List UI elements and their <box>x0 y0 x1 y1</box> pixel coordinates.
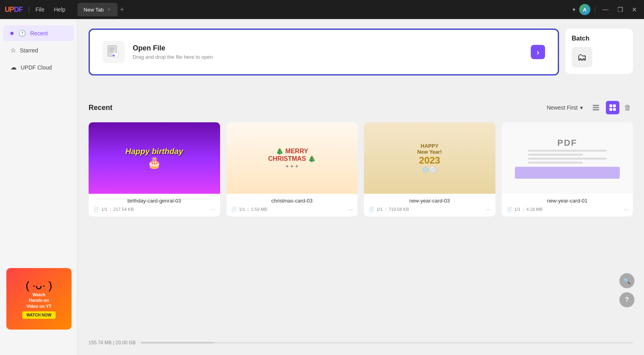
file-info: christmas-card-03 📄 1/1 | 1.59 MB ··· <box>226 194 358 216</box>
delete-button[interactable]: 🗑 <box>623 102 633 114</box>
file-meta: 📄 1/1 | 1.59 MB ··· <box>231 206 353 212</box>
file-icon-small: 📄 <box>507 207 512 212</box>
sort-arrow-icon: ▾ <box>580 104 583 111</box>
minimize-button[interactable]: — <box>600 6 611 13</box>
list-view-button[interactable] <box>589 101 603 114</box>
app-body: 🕐 Recent ☆ Starred ☁ UPDF Cloud ( ·ᴗ· ) … <box>0 19 644 355</box>
file-thumbnail: HAPPYNew Year! 2023 ❄️⚪ <box>364 122 495 194</box>
close-button[interactable]: ✕ <box>629 6 639 14</box>
table-row[interactable]: HAPPYNew Year! 2023 ❄️⚪ new-year-card-03… <box>364 122 495 216</box>
file-size: 1.59 MB <box>251 207 267 212</box>
arrow-icon: › <box>537 48 540 57</box>
file-meta: 📄 1/1 | 4.18 MB ··· <box>507 206 629 212</box>
maximize-button[interactable]: ❐ <box>615 6 625 14</box>
storage-info: 155.74 MB | 20.00 GB <box>89 340 136 345</box>
file-name: new-year-card-01 <box>507 198 629 204</box>
file-pages: 1/1 <box>514 207 520 212</box>
menu-help[interactable]: Help <box>54 6 66 13</box>
table-row[interactable]: 🎄 MERRYCHRISTMAS 🎄 ✦ ✦ ✦ christmas-card-… <box>226 122 358 216</box>
sidebar-item-cloud[interactable]: ☁ UPDF Cloud <box>3 60 74 75</box>
file-thumbnail: PDF <box>502 122 633 194</box>
menu-file[interactable]: File <box>35 6 44 13</box>
list-view-icon <box>592 104 600 111</box>
svg-rect-3 <box>109 50 114 50</box>
open-file-title: Open File <box>133 44 523 52</box>
tab-label: New Tab <box>84 7 104 13</box>
file-icon <box>106 45 121 59</box>
svg-rect-11 <box>593 109 599 110</box>
meta-separator: | <box>385 207 386 212</box>
file-more-button[interactable]: ··· <box>623 206 628 212</box>
file-icon-small: 📄 <box>369 207 374 212</box>
sort-label: Newest First <box>547 104 578 111</box>
file-more-button[interactable]: ··· <box>486 206 491 212</box>
titlebar-right: ▾ A | — ❐ ✕ <box>572 4 639 15</box>
view-icons <box>589 101 619 114</box>
file-size: 4.18 MB <box>526 207 543 212</box>
batch-panel: Batch 🗂 <box>565 29 633 74</box>
recent-title: Recent <box>89 104 547 112</box>
file-meta: 📄 1/1 | 217.54 KB ··· <box>93 206 215 212</box>
meta-separator: | <box>248 207 249 212</box>
ad-text: Watch Hands-on Video on YT <box>26 292 51 309</box>
sort-dropdown[interactable]: Newest First ▾ <box>547 104 583 111</box>
recent-section: Recent Newest First ▾ <box>89 101 633 216</box>
ad-watch-button[interactable]: WATCH NOW <box>22 311 55 319</box>
file-info: birthday-card-genral-03 📄 1/1 | 217.54 K… <box>89 194 220 216</box>
batch-icon: 🗂 <box>577 52 587 63</box>
meta-separator: | <box>110 207 111 212</box>
grid-view-icon <box>609 104 616 111</box>
batch-icon-button[interactable]: 🗂 <box>572 47 592 68</box>
svg-rect-5 <box>112 53 118 57</box>
file-icon-small: 📄 <box>93 207 99 212</box>
float-buttons: 🔍 ? <box>619 273 634 307</box>
open-file-subtitle: Drag and drop the file here to open <box>133 54 523 60</box>
recent-header: Recent Newest First ▾ <box>89 101 633 114</box>
file-icon-box <box>102 41 125 63</box>
svg-rect-14 <box>609 108 612 111</box>
cloud-icon: ☁ <box>10 64 17 71</box>
tab-close-icon[interactable]: × <box>107 6 111 13</box>
file-more-button[interactable]: ··· <box>348 206 353 212</box>
dropdown-icon[interactable]: ▾ <box>572 6 575 13</box>
meta-separator: | <box>523 207 524 212</box>
svg-rect-9 <box>593 105 599 106</box>
ad-panel[interactable]: ( ·ᴗ· ) Watch Hands-on Video on YT WATCH… <box>6 268 72 330</box>
file-thumbnail: 🎄 MERRYCHRISTMAS 🎄 ✦ ✦ ✦ <box>226 122 358 194</box>
sidebar-label-cloud: UPDF Cloud <box>21 64 52 71</box>
sidebar-item-recent[interactable]: 🕐 Recent <box>3 25 74 41</box>
search-float-button[interactable]: 🔍 <box>619 273 634 288</box>
avatar[interactable]: A <box>579 4 590 15</box>
file-meta: 📄 1/1 | 719.58 KB ··· <box>369 206 491 212</box>
file-pages: 1/1 <box>101 207 107 212</box>
table-row[interactable]: Happy birthday 🎂 birthday-card-genral-03… <box>89 122 220 216</box>
file-grid: Happy birthday 🎂 birthday-card-genral-03… <box>89 122 633 216</box>
svg-rect-10 <box>593 107 599 108</box>
sidebar-item-starred[interactable]: ☆ Starred <box>3 42 74 58</box>
file-info: new-year-card-03 📄 1/1 | 719.58 KB ··· <box>364 194 495 216</box>
file-more-button[interactable]: ··· <box>211 206 215 212</box>
file-name: birthday-card-genral-03 <box>93 198 215 204</box>
sidebar: 🕐 Recent ☆ Starred ☁ UPDF Cloud ( ·ᴗ· ) … <box>0 19 77 355</box>
file-size: 719.58 KB <box>389 207 409 212</box>
tab-bar: New Tab × + <box>77 3 569 16</box>
tab-add-button[interactable]: + <box>120 6 124 14</box>
file-pages: 1/1 <box>377 207 383 212</box>
open-file-text: Open File Drag and drop the file here to… <box>133 44 523 60</box>
open-file-panel[interactable]: Open File Drag and drop the file here to… <box>89 29 559 75</box>
file-size: 217.54 KB <box>113 207 133 212</box>
file-name: new-year-card-03 <box>369 198 491 204</box>
active-dot <box>10 32 14 35</box>
open-arrow-button[interactable]: › <box>531 45 545 59</box>
svg-rect-13 <box>613 104 616 107</box>
svg-rect-12 <box>609 104 612 107</box>
titlebar: UPDF | File Help New Tab × + ▾ A | — ❐ ✕ <box>0 0 644 19</box>
grid-view-button[interactable] <box>606 101 619 114</box>
recent-icon: 🕐 <box>18 29 26 37</box>
help-float-button[interactable]: ? <box>619 292 634 307</box>
progress-fill <box>141 342 215 343</box>
table-row[interactable]: PDF new-year-card-01 📄 1/ <box>502 122 633 216</box>
top-row: Open File Drag and drop the file here to… <box>89 29 633 88</box>
tab-new[interactable]: New Tab × <box>77 3 118 16</box>
file-name: christmas-card-03 <box>231 198 353 204</box>
